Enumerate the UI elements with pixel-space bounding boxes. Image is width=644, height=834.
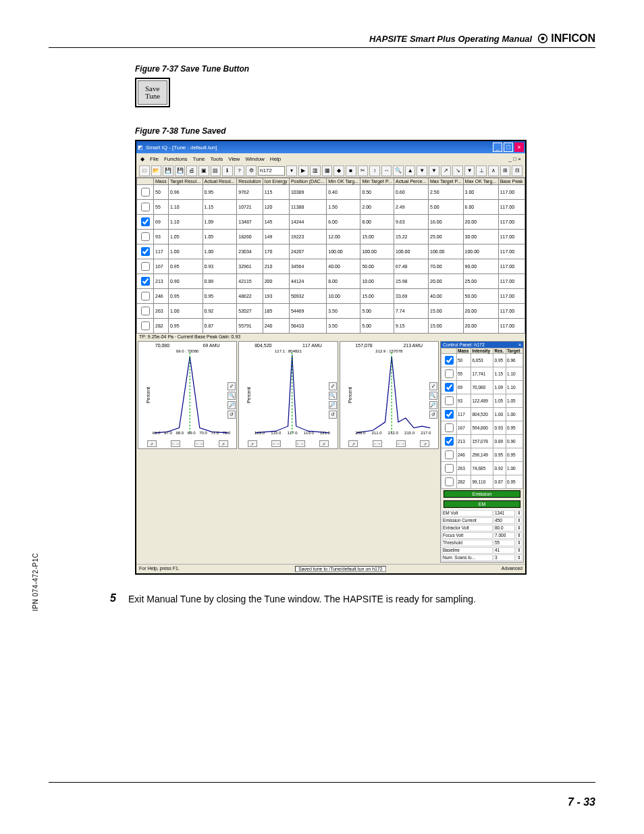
chart1-zoomin-icon[interactable]: 🔍: [227, 392, 236, 400]
help-icon[interactable]: ?: [234, 165, 245, 176]
menu-view[interactable]: View: [228, 156, 240, 162]
cp-row[interactable]: 26374,6850.921.00: [441, 462, 522, 475]
save-tune-button[interactable]: SaveTune: [138, 80, 167, 105]
chart1-c3-icon[interactable]: ←→: [194, 440, 204, 447]
row-checkbox[interactable]: [141, 247, 150, 256]
kv-value[interactable]: 55: [493, 540, 515, 546]
kv-value[interactable]: 3: [493, 554, 515, 561]
menu-tune[interactable]: Tune: [193, 156, 205, 162]
spinner-icon[interactable]: ⇕: [516, 540, 522, 546]
em-button[interactable]: EM: [444, 500, 520, 508]
tool-m-icon[interactable]: ∧: [488, 165, 499, 176]
tool-a-icon[interactable]: ▣: [198, 165, 209, 176]
chart2-c4-icon[interactable]: ↗: [319, 440, 329, 447]
table-row[interactable]: 500.960.959762115103890.400.500.602.503.…: [137, 185, 525, 200]
emission-button[interactable]: Emission: [444, 490, 520, 498]
table-row[interactable]: 2820.950.8755791240584103.505.009.1515.0…: [137, 319, 525, 334]
chart3-c1-icon[interactable]: ↗: [348, 440, 358, 447]
tool-k-icon[interactable]: ▼: [464, 165, 475, 176]
row-checkbox[interactable]: [141, 232, 150, 241]
spinner-icon[interactable]: ⇕: [516, 525, 522, 531]
chart2-zoomin-icon[interactable]: 🔍: [329, 392, 337, 400]
row-checkbox[interactable]: [141, 277, 150, 286]
table-row[interactable]: 931.051.05182601491922312.0015.0015.2225…: [137, 230, 525, 244]
zoom-icon[interactable]: 🔍: [393, 165, 404, 176]
cp-row-checkbox[interactable]: [445, 383, 454, 392]
tool-b-icon[interactable]: ▤: [211, 165, 221, 176]
chart2-zoomout-icon[interactable]: 🔎: [329, 401, 337, 409]
table-row[interactable]: 691.101.0913487145142446.008.009.6316.00…: [137, 215, 525, 230]
info-icon[interactable]: ℹ: [222, 165, 233, 176]
spinner-icon[interactable]: ⇕: [516, 532, 522, 539]
spinner-icon[interactable]: ⇕: [516, 510, 522, 517]
kv-value[interactable]: 450: [493, 517, 515, 524]
maximize-button[interactable]: □: [504, 142, 513, 152]
row-checkbox[interactable]: [141, 217, 150, 226]
cp-row[interactable]: 93122,4891.051.05: [441, 394, 522, 408]
tool-d-icon[interactable]: ▦: [322, 165, 333, 176]
cp-row-checkbox[interactable]: [445, 423, 454, 432]
menu-tools[interactable]: Tools: [211, 156, 223, 162]
chart3-reset-icon[interactable]: ↺: [429, 411, 437, 419]
cp-close-icon[interactable]: ×: [518, 342, 521, 347]
mdi-close-icon[interactable]: ×: [518, 156, 521, 162]
spinner-icon[interactable]: ⇕: [516, 547, 522, 554]
chart3-zoom-icon[interactable]: ⤢: [429, 382, 437, 390]
close-button[interactable]: ×: [514, 142, 524, 152]
cp-row[interactable]: 167594,8000.930.95: [441, 421, 522, 435]
app-menu-icon[interactable]: ◆: [140, 156, 144, 162]
spinner-icon[interactable]: ⇕: [516, 554, 522, 561]
filter1-icon[interactable]: ▼: [417, 165, 427, 176]
chart1-c1-icon[interactable]: ↗: [147, 440, 157, 447]
tool-f-icon[interactable]: ■: [346, 165, 356, 176]
new-icon[interactable]: □: [139, 165, 150, 176]
tool-i-icon[interactable]: ↗: [441, 165, 452, 176]
save2-icon[interactable]: 💾: [175, 165, 186, 176]
tool-g-icon[interactable]: ↕: [369, 165, 380, 176]
row-checkbox[interactable]: [141, 203, 150, 211]
cp-row[interactable]: 5517,7411.151.10: [441, 367, 522, 381]
cp-row-checkbox[interactable]: [445, 356, 454, 365]
kv-value[interactable]: 7.000: [493, 532, 515, 539]
cp-row[interactable]: 117804,5201.001.00: [441, 408, 522, 421]
row-checkbox[interactable]: [141, 307, 150, 315]
chart1-zoomout-icon[interactable]: 🔎: [227, 401, 236, 409]
host-input[interactable]: [258, 166, 285, 176]
table-row[interactable]: 2130.900.8942115200441248.0010.0015.9820…: [137, 274, 525, 289]
open-icon[interactable]: 📂: [151, 165, 162, 176]
tool-e-icon[interactable]: ◆: [333, 165, 344, 176]
cut-icon[interactable]: ✂: [358, 165, 369, 176]
spinner-icon[interactable]: ⇕: [516, 517, 522, 524]
menu-help[interactable]: Help: [270, 156, 281, 162]
kv-value[interactable]: 41: [493, 547, 515, 554]
tool-o-icon[interactable]: ⊟: [512, 165, 522, 176]
chart1-c2-icon[interactable]: ←→: [171, 440, 180, 447]
up-icon[interactable]: ▲: [405, 165, 416, 176]
kv-value[interactable]: 1341: [493, 510, 515, 517]
table-row[interactable]: 2460.950.95486221935093210.0015.0033.694…: [137, 289, 525, 304]
table-row[interactable]: 1670.950.93329612103456440.0050.0067.487…: [137, 259, 525, 274]
cp-row-checkbox[interactable]: [445, 464, 454, 473]
row-checkbox[interactable]: [141, 321, 150, 330]
chart2-zoom-icon[interactable]: ⤢: [329, 382, 337, 390]
cp-row-checkbox[interactable]: [445, 450, 454, 459]
menu-file[interactable]: File: [150, 156, 159, 162]
table-row[interactable]: 1171.001.002303417024207100.00100.00100.…: [137, 244, 525, 259]
table-row[interactable]: 2631.000.9252027185544693.505.007.7415.0…: [137, 304, 525, 319]
print-icon[interactable]: 🖨: [186, 165, 197, 176]
cp-row[interactable]: 506,0530.950.96: [441, 354, 522, 367]
filter2-icon[interactable]: ▼: [429, 165, 439, 176]
row-checkbox[interactable]: [141, 262, 150, 271]
row-checkbox[interactable]: [141, 292, 150, 301]
cp-row-checkbox[interactable]: [445, 396, 454, 405]
tool-j-icon[interactable]: ↘: [452, 165, 463, 176]
cp-row[interactable]: 246296,1490.950.95: [441, 448, 522, 462]
menu-window[interactable]: Window: [245, 156, 264, 162]
cp-row-checkbox[interactable]: [445, 369, 454, 378]
cp-row-checkbox[interactable]: [445, 437, 454, 446]
chart1-c4-icon[interactable]: ↗: [219, 440, 228, 447]
chart3-zoomout-icon[interactable]: 🔎: [429, 401, 437, 409]
dropdown-icon[interactable]: ▾: [286, 165, 297, 176]
chart1-zoom-icon[interactable]: ⤢: [227, 382, 236, 390]
chart1-reset-icon[interactable]: ↺: [227, 411, 236, 419]
